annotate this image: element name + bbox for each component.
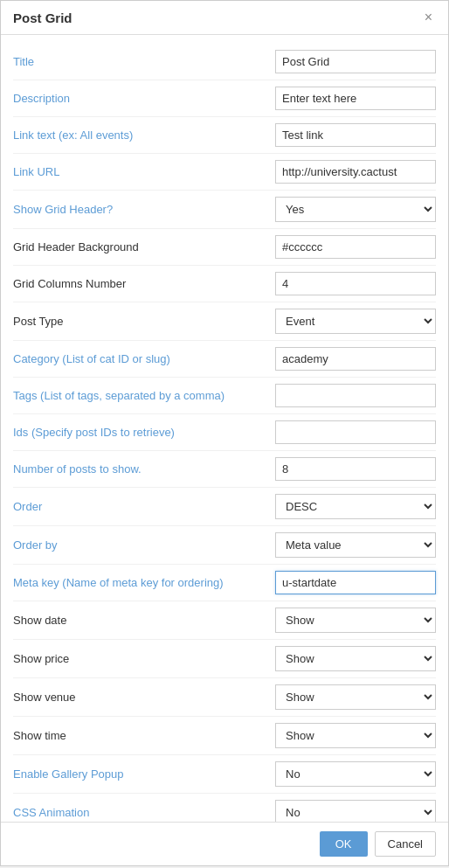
form-row-link_url: Link URL	[13, 154, 436, 191]
label-tags: Tags (List of tags, separated by a comma…	[13, 389, 275, 402]
label-order: Order	[13, 500, 275, 513]
control-order: DESCASC	[275, 494, 436, 519]
control-order_by: Meta valueDateTitleID	[275, 532, 436, 558]
input-title[interactable]	[275, 50, 436, 73]
input-grid_columns_number[interactable]	[275, 272, 436, 295]
form-row-css_animation: CSS AnimationNoYes	[13, 794, 436, 822]
form-row-ids: Ids (Specify post IDs to retrieve)	[13, 414, 436, 451]
control-show_venue: ShowHide	[275, 684, 436, 710]
control-tags	[275, 384, 436, 407]
control-link_url	[275, 160, 436, 184]
control-css_animation: NoYes	[275, 800, 436, 822]
label-number_of_posts: Number of posts to show.	[13, 462, 275, 476]
ok-button[interactable]: OK	[320, 831, 368, 857]
label-show_date: Show date	[13, 614, 275, 627]
label-grid_header_background: Grid Header Background	[13, 240, 275, 253]
control-show_price: ShowHide	[275, 646, 436, 671]
label-enable_gallery_popup: Enable Gallery Popup	[13, 767, 275, 781]
control-grid_columns_number	[275, 272, 436, 295]
form-row-grid_columns_number: Grid Columns Number	[13, 266, 436, 302]
label-ids: Ids (Specify post IDs to retrieve)	[13, 426, 275, 439]
control-number_of_posts	[275, 457, 436, 481]
control-show_grid_header: YesNo	[275, 197, 436, 222]
form-row-description: Description	[13, 80, 436, 117]
form-row-category: Category (List of cat ID or slug)	[13, 341, 436, 378]
label-link_text: Link text (ex: All events)	[13, 128, 275, 142]
form-row-link_text: Link text (ex: All events)	[13, 117, 436, 154]
form-row-show_venue: Show venueShowHide	[13, 678, 436, 717]
label-show_time: Show time	[13, 729, 275, 742]
label-css_animation: CSS Animation	[13, 806, 275, 819]
label-show_price: Show price	[13, 652, 275, 665]
form-row-order: OrderDESCASC	[13, 488, 436, 526]
label-link_url: Link URL	[13, 165, 275, 178]
control-enable_gallery_popup: NoYes	[275, 761, 436, 787]
dialog-footer: OK Cancel	[1, 822, 448, 865]
input-tags[interactable]	[275, 384, 436, 407]
label-order_by: Order by	[13, 538, 275, 552]
form-row-show_price: Show priceShowHide	[13, 640, 436, 678]
input-meta_key[interactable]	[275, 571, 436, 594]
input-category[interactable]	[275, 347, 436, 371]
form-row-meta_key: Meta key (Name of meta key for ordering)	[13, 565, 436, 601]
control-show_time: ShowHide	[275, 723, 436, 748]
label-post_type: Post Type	[13, 315, 275, 328]
select-order_by[interactable]: Meta valueDateTitleID	[275, 532, 436, 558]
select-show_date[interactable]: ShowHide	[275, 608, 436, 633]
control-description	[275, 87, 436, 110]
select-enable_gallery_popup[interactable]: NoYes	[275, 761, 436, 787]
close-button[interactable]: ×	[421, 10, 436, 25]
label-grid_columns_number: Grid Columns Number	[13, 277, 275, 290]
label-title: Title	[13, 55, 275, 68]
label-meta_key: Meta key (Name of meta key for ordering)	[13, 576, 275, 589]
form-row-tags: Tags (List of tags, separated by a comma…	[13, 378, 436, 414]
dialog-title: Post Grid	[13, 10, 73, 25]
input-description[interactable]	[275, 87, 436, 110]
control-show_date: ShowHide	[275, 608, 436, 633]
form-row-post_type: Post TypeEventPostPage	[13, 302, 436, 341]
form-row-title: Title	[13, 44, 436, 80]
select-show_venue[interactable]: ShowHide	[275, 684, 436, 710]
input-ids[interactable]	[275, 420, 436, 444]
form-row-grid_header_background: Grid Header Background	[13, 229, 436, 266]
control-category	[275, 347, 436, 371]
control-ids	[275, 420, 436, 444]
form-row-enable_gallery_popup: Enable Gallery PopupNoYes	[13, 755, 436, 794]
control-grid_header_background	[275, 235, 436, 259]
form-row-show_date: Show dateShowHide	[13, 601, 436, 640]
cancel-button[interactable]: Cancel	[375, 831, 436, 857]
post-grid-dialog: Post Grid × TitleDescriptionLink text (e…	[0, 0, 449, 866]
form-row-number_of_posts: Number of posts to show.	[13, 451, 436, 488]
select-show_price[interactable]: ShowHide	[275, 646, 436, 671]
form-row-show_grid_header: Show Grid Header?YesNo	[13, 191, 436, 229]
label-description: Description	[13, 92, 275, 105]
select-order[interactable]: DESCASC	[275, 494, 436, 519]
input-number_of_posts[interactable]	[275, 457, 436, 481]
control-meta_key	[275, 571, 436, 594]
input-link_url[interactable]	[275, 160, 436, 184]
select-css_animation[interactable]: NoYes	[275, 800, 436, 822]
dialog-header: Post Grid ×	[1, 1, 448, 35]
control-title	[275, 50, 436, 73]
label-show_venue: Show venue	[13, 691, 275, 704]
control-post_type: EventPostPage	[275, 309, 436, 334]
control-link_text	[275, 123, 436, 147]
label-show_grid_header: Show Grid Header?	[13, 203, 275, 216]
input-grid_header_background[interactable]	[275, 235, 436, 259]
select-show_time[interactable]: ShowHide	[275, 723, 436, 748]
dialog-body: TitleDescriptionLink text (ex: All event…	[1, 35, 448, 822]
input-link_text[interactable]	[275, 123, 436, 147]
form-row-order_by: Order byMeta valueDateTitleID	[13, 526, 436, 565]
select-post_type[interactable]: EventPostPage	[275, 309, 436, 334]
select-show_grid_header[interactable]: YesNo	[275, 197, 436, 222]
form-row-show_time: Show timeShowHide	[13, 717, 436, 755]
label-category: Category (List of cat ID or slug)	[13, 352, 275, 365]
